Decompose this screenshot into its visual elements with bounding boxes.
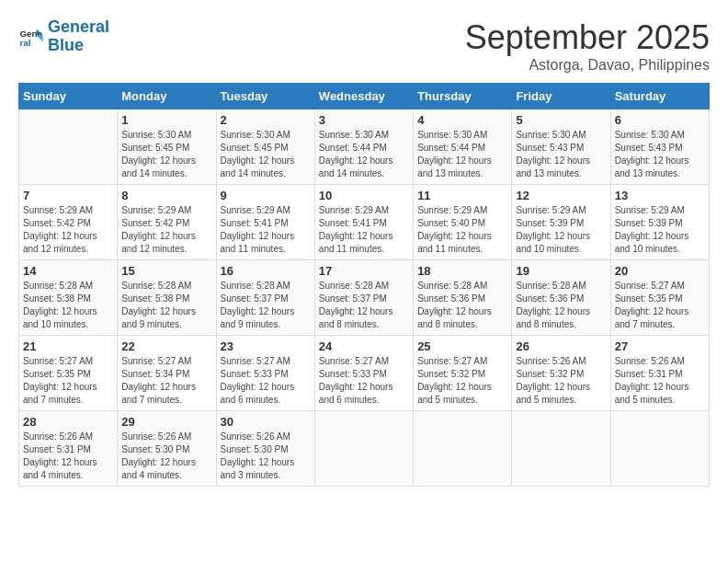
day-info: Sunrise: 5:28 AM Sunset: 5:37 PM Dayligh… xyxy=(319,280,409,331)
calendar-cell: 11Sunrise: 5:29 AM Sunset: 5:40 PM Dayli… xyxy=(414,185,512,260)
calendar-cell: 8Sunrise: 5:29 AM Sunset: 5:42 PM Daylig… xyxy=(118,185,216,260)
calendar-cell: 24Sunrise: 5:27 AM Sunset: 5:33 PM Dayli… xyxy=(314,336,413,411)
calendar-cell xyxy=(314,411,413,487)
logo-line1: General xyxy=(48,17,109,36)
calendar-cell xyxy=(414,411,512,487)
header-day-wednesday: Wednesday xyxy=(314,84,413,109)
calendar-cell xyxy=(19,109,118,185)
svg-text:ral: ral xyxy=(19,38,30,48)
day-number: 13 xyxy=(615,189,705,202)
calendar-cell: 21Sunrise: 5:27 AM Sunset: 5:35 PM Dayli… xyxy=(19,336,118,411)
day-info: Sunrise: 5:26 AM Sunset: 5:32 PM Dayligh… xyxy=(516,355,606,407)
calendar-cell: 23Sunrise: 5:27 AM Sunset: 5:33 PM Dayli… xyxy=(216,336,314,411)
title-block: September 2025 Astorga, Davao, Philippin… xyxy=(465,18,710,74)
calendar-week-row: 1Sunrise: 5:30 AM Sunset: 5:45 PM Daylig… xyxy=(19,109,710,185)
day-info: Sunrise: 5:27 AM Sunset: 5:32 PM Dayligh… xyxy=(417,355,507,407)
calendar-cell: 15Sunrise: 5:28 AM Sunset: 5:38 PM Dayli… xyxy=(118,260,216,336)
day-number: 7 xyxy=(23,189,113,202)
calendar-cell xyxy=(610,411,709,487)
day-info: Sunrise: 5:30 AM Sunset: 5:43 PM Dayligh… xyxy=(516,129,606,180)
calendar-cell: 6Sunrise: 5:30 AM Sunset: 5:43 PM Daylig… xyxy=(610,109,709,185)
calendar-cell: 1Sunrise: 5:30 AM Sunset: 5:45 PM Daylig… xyxy=(118,109,216,185)
day-number: 14 xyxy=(23,264,113,278)
day-info: Sunrise: 5:26 AM Sunset: 5:31 PM Dayligh… xyxy=(23,431,113,482)
day-info: Sunrise: 5:27 AM Sunset: 5:35 PM Dayligh… xyxy=(23,355,113,407)
logo-text: General Blue xyxy=(48,18,109,55)
day-info: Sunrise: 5:27 AM Sunset: 5:34 PM Dayligh… xyxy=(121,355,211,407)
calendar-cell: 14Sunrise: 5:28 AM Sunset: 5:38 PM Dayli… xyxy=(19,260,118,336)
day-info: Sunrise: 5:29 AM Sunset: 5:39 PM Dayligh… xyxy=(516,204,606,256)
day-info: Sunrise: 5:30 AM Sunset: 5:44 PM Dayligh… xyxy=(417,129,507,180)
logo-line2: Blue xyxy=(48,36,84,54)
calendar-week-row: 28Sunrise: 5:26 AM Sunset: 5:31 PM Dayli… xyxy=(19,411,710,487)
day-info: Sunrise: 5:30 AM Sunset: 5:45 PM Dayligh… xyxy=(221,129,311,180)
day-info: Sunrise: 5:30 AM Sunset: 5:43 PM Dayligh… xyxy=(615,129,705,180)
day-number: 9 xyxy=(221,189,311,202)
header-day-tuesday: Tuesday xyxy=(216,84,314,109)
calendar-cell: 25Sunrise: 5:27 AM Sunset: 5:32 PM Dayli… xyxy=(414,336,512,411)
day-number: 23 xyxy=(221,339,311,353)
calendar-cell: 27Sunrise: 5:26 AM Sunset: 5:31 PM Dayli… xyxy=(610,336,709,411)
day-info: Sunrise: 5:29 AM Sunset: 5:41 PM Dayligh… xyxy=(319,204,409,256)
calendar-cell: 16Sunrise: 5:28 AM Sunset: 5:37 PM Dayli… xyxy=(216,260,314,336)
day-number: 15 xyxy=(121,264,211,278)
calendar-cell: 3Sunrise: 5:30 AM Sunset: 5:44 PM Daylig… xyxy=(314,109,413,185)
day-number: 8 xyxy=(121,189,211,202)
day-info: Sunrise: 5:29 AM Sunset: 5:42 PM Dayligh… xyxy=(121,204,211,256)
day-info: Sunrise: 5:29 AM Sunset: 5:39 PM Dayligh… xyxy=(615,204,705,256)
day-number: 27 xyxy=(615,339,705,353)
day-number: 12 xyxy=(516,189,606,202)
day-number: 19 xyxy=(516,264,606,278)
day-info: Sunrise: 5:30 AM Sunset: 5:45 PM Dayligh… xyxy=(121,129,211,180)
day-number: 1 xyxy=(121,113,211,127)
day-info: Sunrise: 5:28 AM Sunset: 5:36 PM Dayligh… xyxy=(516,280,606,331)
calendar-cell: 10Sunrise: 5:29 AM Sunset: 5:41 PM Dayli… xyxy=(314,185,413,260)
calendar-cell: 26Sunrise: 5:26 AM Sunset: 5:32 PM Dayli… xyxy=(512,336,610,411)
day-number: 28 xyxy=(23,415,113,429)
month-title: September 2025 xyxy=(465,18,710,57)
day-info: Sunrise: 5:29 AM Sunset: 5:42 PM Dayligh… xyxy=(23,204,113,256)
calendar-week-row: 21Sunrise: 5:27 AM Sunset: 5:35 PM Dayli… xyxy=(19,336,710,411)
header-day-monday: Monday xyxy=(118,84,216,109)
header-day-sunday: Sunday xyxy=(19,84,118,109)
location-subtitle: Astorga, Davao, Philippines xyxy=(465,57,710,74)
day-info: Sunrise: 5:29 AM Sunset: 5:41 PM Dayligh… xyxy=(221,204,311,256)
day-info: Sunrise: 5:28 AM Sunset: 5:37 PM Dayligh… xyxy=(221,280,311,331)
day-number: 17 xyxy=(319,264,409,278)
calendar-cell: 12Sunrise: 5:29 AM Sunset: 5:39 PM Dayli… xyxy=(512,185,610,260)
day-info: Sunrise: 5:27 AM Sunset: 5:33 PM Dayligh… xyxy=(221,355,311,407)
calendar-cell: 5Sunrise: 5:30 AM Sunset: 5:43 PM Daylig… xyxy=(512,109,610,185)
day-info: Sunrise: 5:29 AM Sunset: 5:40 PM Dayligh… xyxy=(417,204,507,256)
day-number: 18 xyxy=(417,264,507,278)
calendar-table: SundayMondayTuesdayWednesdayThursdayFrid… xyxy=(18,83,710,487)
calendar-cell: 19Sunrise: 5:28 AM Sunset: 5:36 PM Dayli… xyxy=(512,260,610,336)
calendar-cell: 22Sunrise: 5:27 AM Sunset: 5:34 PM Dayli… xyxy=(118,336,216,411)
day-number: 22 xyxy=(121,339,211,353)
svg-marker-3 xyxy=(37,35,43,41)
header-day-thursday: Thursday xyxy=(414,84,512,109)
day-number: 4 xyxy=(417,113,507,127)
day-number: 16 xyxy=(221,264,311,278)
calendar-cell xyxy=(512,411,610,487)
day-number: 21 xyxy=(23,339,113,353)
day-info: Sunrise: 5:27 AM Sunset: 5:35 PM Dayligh… xyxy=(615,280,705,331)
day-info: Sunrise: 5:26 AM Sunset: 5:30 PM Dayligh… xyxy=(221,431,311,482)
calendar-week-row: 7Sunrise: 5:29 AM Sunset: 5:42 PM Daylig… xyxy=(19,185,710,260)
calendar-week-row: 14Sunrise: 5:28 AM Sunset: 5:38 PM Dayli… xyxy=(19,260,710,336)
day-info: Sunrise: 5:28 AM Sunset: 5:36 PM Dayligh… xyxy=(417,280,507,331)
calendar-cell: 18Sunrise: 5:28 AM Sunset: 5:36 PM Dayli… xyxy=(414,260,512,336)
day-number: 24 xyxy=(319,339,409,353)
logo: Gene ral General Blue xyxy=(18,18,109,55)
calendar-cell: 4Sunrise: 5:30 AM Sunset: 5:44 PM Daylig… xyxy=(414,109,512,185)
day-number: 6 xyxy=(615,113,705,127)
calendar-cell: 20Sunrise: 5:27 AM Sunset: 5:35 PM Dayli… xyxy=(610,260,709,336)
day-number: 25 xyxy=(417,339,507,353)
day-number: 2 xyxy=(221,113,311,127)
calendar-cell: 29Sunrise: 5:26 AM Sunset: 5:30 PM Dayli… xyxy=(118,411,216,487)
day-number: 11 xyxy=(417,189,507,202)
calendar-header-row: SundayMondayTuesdayWednesdayThursdayFrid… xyxy=(19,84,710,109)
calendar-cell: 13Sunrise: 5:29 AM Sunset: 5:39 PM Dayli… xyxy=(610,185,709,260)
calendar-cell: 9Sunrise: 5:29 AM Sunset: 5:41 PM Daylig… xyxy=(216,185,314,260)
header-day-saturday: Saturday xyxy=(610,84,709,109)
day-number: 30 xyxy=(221,415,311,429)
